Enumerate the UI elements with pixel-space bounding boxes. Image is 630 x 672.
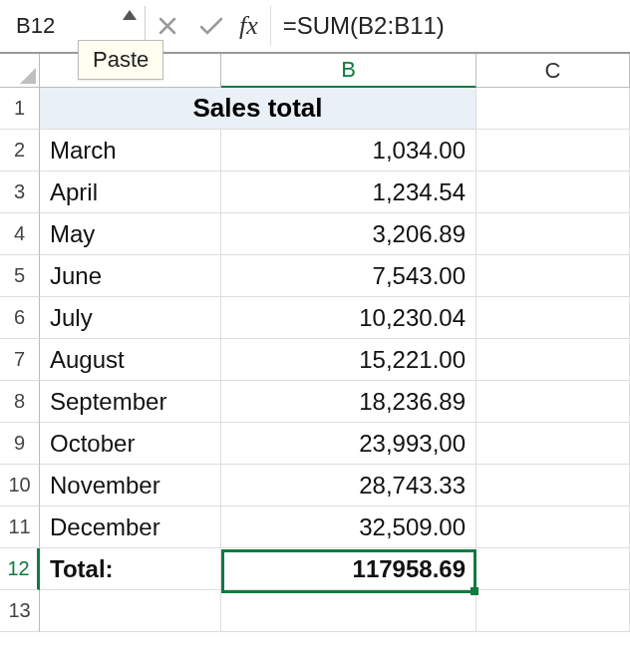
table-row: 7 August 15,221.00	[0, 339, 630, 381]
cell[interactable]: 1,034.00	[221, 130, 476, 171]
cell[interactable]: 18,236.89	[221, 381, 476, 423]
row-header[interactable]: 3	[0, 171, 40, 213]
cell[interactable]	[476, 506, 630, 548]
table-row: 1 Sales total	[0, 88, 630, 130]
cell[interactable]	[476, 255, 630, 297]
cell[interactable]: November	[40, 465, 221, 506]
cell[interactable]: December	[40, 506, 221, 548]
table-row: 13	[0, 590, 630, 632]
table-row: 4 May 3,206.89	[0, 213, 630, 255]
cell[interactable]	[476, 339, 630, 381]
cell[interactable]: 32,509.00	[221, 506, 476, 548]
confirm-button[interactable]	[189, 6, 233, 46]
total-row: 12 Total: 117958.69	[0, 548, 630, 590]
row-header[interactable]: 8	[0, 381, 40, 423]
formula-bar: B12 Paste fx =SUM(B2:B11)	[0, 0, 630, 54]
select-all-corner[interactable]	[0, 54, 40, 87]
table-row: 6 July 10,230.04	[0, 297, 630, 339]
row-header[interactable]: 12	[0, 548, 40, 590]
column-header-b[interactable]: B	[221, 54, 476, 89]
cell[interactable]	[40, 590, 221, 632]
row-header[interactable]: 6	[0, 297, 40, 339]
name-box-value: B12	[16, 13, 55, 39]
total-label-cell[interactable]: Total:	[40, 548, 221, 590]
table-row: 10 November 28,743.33	[0, 465, 630, 506]
cell[interactable]	[476, 423, 630, 465]
row-header[interactable]: 9	[0, 423, 40, 465]
title-cell[interactable]: Sales total	[40, 88, 476, 130]
cell[interactable]	[476, 590, 630, 632]
cell[interactable]	[476, 465, 630, 506]
table-row: 3 April 1,234.54	[0, 171, 630, 213]
cell[interactable]: 15,221.00	[221, 339, 476, 381]
row-header[interactable]: 5	[0, 255, 40, 297]
name-box-dropdown-icon[interactable]	[123, 10, 137, 20]
column-header-c[interactable]: C	[476, 54, 630, 87]
cell[interactable]: August	[40, 339, 221, 381]
cell[interactable]	[476, 130, 630, 171]
row-header[interactable]: 10	[0, 465, 40, 506]
cell[interactable]: July	[40, 297, 221, 339]
row-header[interactable]: 11	[0, 506, 40, 548]
cell[interactable]: May	[40, 213, 221, 255]
row-header[interactable]: 13	[0, 590, 40, 632]
cell[interactable]	[221, 590, 476, 632]
fill-handle[interactable]	[471, 587, 478, 595]
cell[interactable]: September	[40, 381, 221, 423]
row-header[interactable]: 7	[0, 339, 40, 381]
svg-marker-0	[123, 10, 137, 20]
cell[interactable]: 1,234.54	[221, 171, 476, 213]
cell[interactable]: 23,993,00	[221, 423, 476, 465]
row-header[interactable]: 2	[0, 130, 40, 171]
cell[interactable]	[476, 548, 630, 590]
cell[interactable]: 28,743.33	[221, 465, 476, 506]
cell[interactable]: October	[40, 423, 221, 465]
cell[interactable]: 3,206.89	[221, 213, 476, 255]
cell[interactable]: April	[40, 171, 221, 213]
cell[interactable]	[476, 88, 630, 130]
paste-tooltip: Paste	[78, 40, 163, 80]
selected-cell[interactable]: 117958.69	[221, 548, 476, 590]
cell[interactable]	[476, 381, 630, 423]
row-header[interactable]: 1	[0, 88, 40, 130]
table-row: 8 September 18,236.89	[0, 381, 630, 423]
table-row: 2 March 1,034.00	[0, 130, 630, 171]
cell[interactable]	[476, 213, 630, 255]
cell[interactable]	[476, 297, 630, 339]
cell[interactable]: 7,543.00	[221, 255, 476, 297]
table-row: 11 December 32,509.00	[0, 506, 630, 548]
cell[interactable]: March	[40, 130, 221, 171]
table-row: 9 October 23,993,00	[0, 423, 630, 465]
spreadsheet-grid: A B C 1 Sales total 2 March 1,034.00 3 A…	[0, 54, 630, 632]
fx-icon[interactable]: fx	[233, 6, 271, 46]
cell[interactable]: June	[40, 255, 221, 297]
cell[interactable]	[476, 171, 630, 213]
formula-input[interactable]: =SUM(B2:B11)	[271, 6, 624, 46]
cell[interactable]: 10,230.04	[221, 297, 476, 339]
total-value: 117958.69	[353, 555, 466, 583]
table-row: 5 June 7,543.00	[0, 255, 630, 297]
row-header[interactable]: 4	[0, 213, 40, 255]
